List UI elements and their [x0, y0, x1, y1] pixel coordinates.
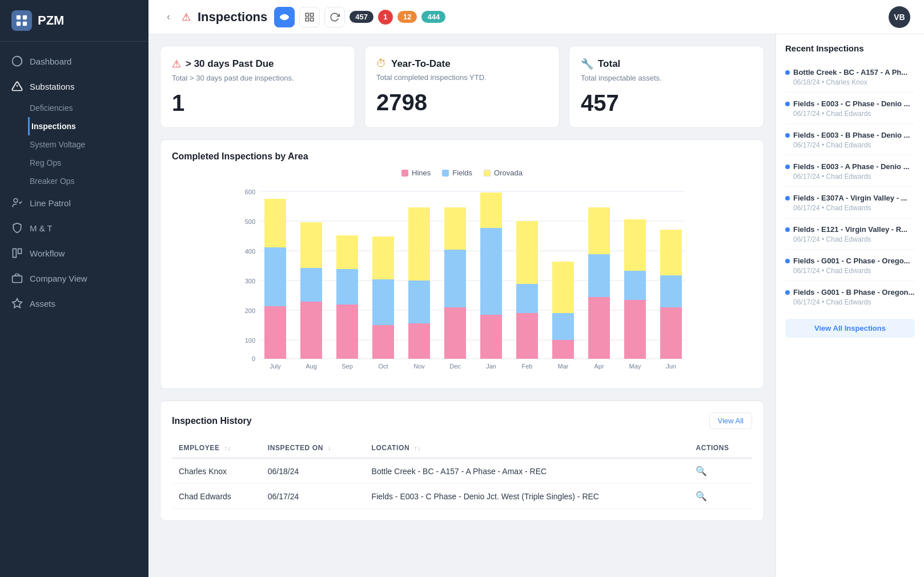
svg-text:Mar: Mar — [558, 363, 569, 370]
legend-dot-orovada — [484, 170, 491, 177]
employee-cell: Charles Knox — [172, 458, 261, 484]
svg-rect-55 — [516, 284, 538, 313]
list-item[interactable]: Bottle Creek - BC - A157 - A Ph... 06/18… — [785, 61, 915, 93]
inspection-name: Fields - E121 - Virgin Valley - R... — [793, 225, 907, 234]
logo-area[interactable]: PZM — [0, 0, 148, 42]
sidebar-item-breaker-ops[interactable]: Breaker Ops — [30, 172, 148, 190]
svg-rect-56 — [516, 221, 538, 284]
refresh-icon-button[interactable] — [324, 7, 345, 27]
svg-text:400: 400 — [245, 248, 255, 255]
view-icon-button[interactable] — [274, 7, 295, 27]
svg-rect-52 — [480, 228, 502, 315]
svg-text:Feb: Feb — [522, 363, 533, 370]
warning-icon: ⚠ — [182, 11, 191, 23]
svg-text:May: May — [629, 363, 641, 370]
svg-rect-45 — [408, 323, 430, 359]
sidebar-item-line-patrol[interactable]: Line Patrol — [0, 190, 148, 215]
past-due-title: > 30 days Past Due — [186, 58, 274, 70]
m-t-icon — [11, 222, 23, 234]
svg-text:500: 500 — [245, 218, 255, 225]
legend-dot-fields — [442, 170, 449, 177]
svg-text:300: 300 — [245, 278, 255, 285]
history-table-wrap: EMPLOYEE ↑↓ INSPECTED ON ↓ LOCATION ↑↓ — [172, 438, 752, 509]
search-action-icon[interactable]: 🔍 — [696, 491, 707, 501]
svg-rect-15 — [306, 18, 309, 21]
inspection-meta: 06/17/24 • Chad Edwards — [785, 298, 915, 306]
sidebar-item-m-t[interactable]: M & T — [0, 215, 148, 241]
recent-inspections-list: Bottle Creek - BC - A157 - A Ph... 06/18… — [785, 61, 915, 312]
sort-icon-employee[interactable]: ↑↓ — [224, 444, 231, 451]
svg-rect-66 — [660, 307, 682, 359]
stat-card-past-due: ⚠ > 30 days Past Due Total > 30 days pas… — [160, 46, 355, 128]
sidebar-item-dashboard[interactable]: Dashboard — [0, 49, 148, 74]
view-all-inspections-button[interactable]: View All Inspections — [785, 319, 915, 338]
list-item[interactable]: Fields - E003 - C Phase - Denio ... 06/1… — [785, 93, 915, 124]
sort-icon-location[interactable]: ↑↓ — [414, 444, 421, 451]
grid-icon-button[interactable] — [299, 7, 320, 27]
ytd-subtitle: Total completed inspections YTD. — [376, 73, 548, 82]
substations-icon — [11, 81, 23, 92]
sidebar-item-system-voltage[interactable]: System Voltage — [30, 135, 148, 154]
sidebar-item-company-view[interactable]: Company View — [0, 266, 148, 291]
workflow-icon — [11, 247, 23, 259]
past-due-value: 1 — [172, 90, 343, 116]
view-all-button[interactable]: View All — [709, 412, 752, 429]
svg-rect-8 — [13, 249, 17, 258]
list-item[interactable]: Fields - E307A - Virgin Valley - ... 06/… — [785, 187, 915, 218]
list-item[interactable]: Fields - G001 - C Phase - Orego... 06/17… — [785, 250, 915, 281]
employee-cell: Chad Edwards — [172, 484, 261, 509]
search-action-icon[interactable]: 🔍 — [696, 466, 707, 476]
svg-rect-1 — [23, 15, 27, 19]
location-cell: Bottle Creek - BC - A157 - A Phase - Ama… — [365, 458, 689, 484]
sidebar-item-substations-label: Substations — [30, 82, 74, 91]
svg-rect-0 — [17, 15, 21, 19]
legend-fields: Fields — [442, 169, 472, 177]
sidebar-item-inspections[interactable]: Inspections — [28, 117, 148, 135]
svg-rect-10 — [13, 276, 22, 283]
list-item[interactable]: Fields - E121 - Virgin Valley - R... 06/… — [785, 218, 915, 250]
svg-rect-64 — [624, 271, 646, 300]
inspection-name: Fields - E307A - Virgin Valley - ... — [793, 194, 907, 202]
list-item[interactable]: Fields - G001 - B Phase - Oregon... 06/1… — [785, 281, 915, 312]
svg-rect-39 — [336, 304, 358, 359]
list-item[interactable]: Fields - E003 - B Phase - Denio ... 06/1… — [785, 124, 915, 155]
dot-icon — [785, 165, 790, 169]
svg-rect-57 — [552, 340, 574, 359]
inspection-meta: 06/17/24 • Chad Edwards — [785, 141, 915, 149]
inspection-name: Fields - E003 - C Phase - Denio ... — [793, 99, 910, 108]
sidebar-item-workflow[interactable]: Workflow — [0, 241, 148, 266]
chart-legend: Hines Fields Orovada — [172, 169, 752, 177]
table-body: Charles Knox 06/18/24 Bottle Creek - BC … — [172, 458, 752, 509]
dot-icon — [785, 70, 790, 75]
inspection-meta: 06/17/24 • Chad Edwards — [785, 110, 915, 118]
svg-rect-42 — [372, 325, 394, 359]
svg-text:Jun: Jun — [666, 363, 676, 370]
col-employee: EMPLOYEE ↑↓ — [172, 438, 261, 458]
topbar-left: ‹ ⚠ Inspections 457 1 12 444 — [162, 7, 445, 27]
inspection-name: Fields - E003 - B Phase - Denio ... — [793, 131, 910, 139]
sidebar-item-deficiencies[interactable]: Deficiencies — [30, 99, 148, 117]
history-table: EMPLOYEE ↑↓ INSPECTED ON ↓ LOCATION ↑↓ — [172, 438, 752, 509]
svg-rect-58 — [552, 313, 574, 340]
user-avatar[interactable]: VB — [889, 6, 910, 28]
sort-icon-date[interactable]: ↓ — [328, 444, 331, 451]
sidebar-item-workflow-label: Workflow — [30, 249, 65, 258]
svg-rect-41 — [336, 235, 358, 269]
sidebar-item-reg-ops[interactable]: Reg Ops — [30, 154, 148, 172]
dot-icon — [785, 227, 790, 232]
dot-icon — [785, 290, 790, 295]
total-subtitle: Total inspectable assets. — [581, 74, 752, 82]
stat-card-ytd-header: ⏱ Year-To-Date — [376, 58, 548, 70]
main-content: ⚠ > 30 days Past Due Total > 30 days pas… — [148, 34, 776, 577]
back-button[interactable]: ‹ — [162, 9, 175, 25]
list-item[interactable]: Fields - E003 - A Phase - Denio ... 06/1… — [785, 155, 915, 187]
assets-icon — [11, 298, 23, 309]
sidebar-item-substations[interactable]: Substations — [0, 74, 148, 99]
action-cell: 🔍 — [689, 484, 752, 509]
svg-rect-48 — [444, 307, 466, 359]
svg-rect-40 — [336, 269, 358, 304]
sidebar: PZM Dashboard Substations Deficiencies I… — [0, 0, 148, 577]
svg-rect-2 — [17, 22, 21, 26]
sidebar-item-assets[interactable]: Assets — [0, 291, 148, 316]
stat-card-past-due-header: ⚠ > 30 days Past Due — [172, 58, 343, 70]
